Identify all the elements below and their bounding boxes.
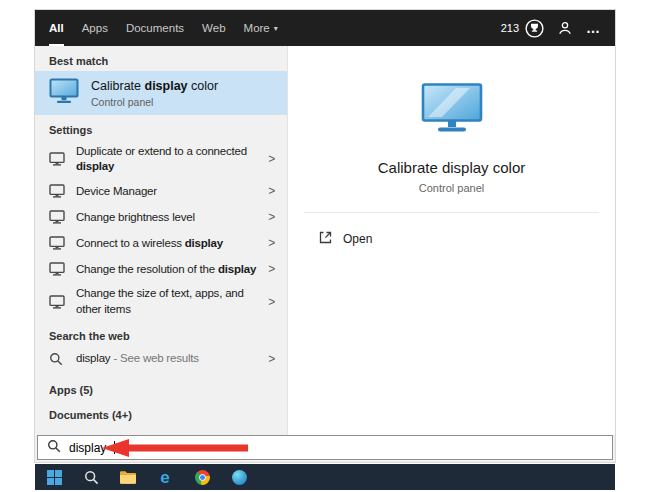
rewards-badge[interactable]: 213 bbox=[501, 19, 544, 38]
taskbar: e bbox=[35, 464, 615, 490]
settings-result-item[interactable]: Connect to a wireless display > bbox=[35, 230, 287, 256]
best-match-result[interactable]: Calibrate display color Control panel bbox=[35, 71, 287, 115]
preview-panel: Calibrate display color Control panel Op… bbox=[287, 46, 615, 435]
open-action[interactable]: Open bbox=[318, 230, 372, 248]
settings-result-item[interactable]: Device Manager > bbox=[35, 178, 287, 204]
search-filter-bar: All Apps Documents Web More ▾ 213 bbox=[35, 10, 615, 46]
user-icon[interactable] bbox=[557, 20, 573, 36]
web-search-text: display - See web results bbox=[76, 351, 262, 366]
preview-divider bbox=[304, 212, 599, 213]
trophy-icon bbox=[525, 19, 544, 38]
settings-item-label: Duplicate or extend to a connecteddispla… bbox=[76, 144, 262, 174]
open-label: Open bbox=[343, 232, 372, 246]
best-match-subtitle: Control panel bbox=[91, 96, 218, 108]
monitor-icon bbox=[49, 236, 65, 250]
best-match-title: Calibrate display color bbox=[91, 79, 218, 93]
documents-section-header[interactable]: Documents (4+) bbox=[35, 400, 287, 425]
tab-web[interactable]: Web bbox=[202, 10, 225, 46]
best-match-text: Calibrate display color Control panel bbox=[91, 79, 218, 108]
display-color-icon-large bbox=[420, 82, 484, 139]
apps-section-header[interactable]: Apps (5) bbox=[35, 372, 287, 400]
search-content: Best match bbox=[35, 46, 615, 435]
topbar-actions: 213 … bbox=[501, 19, 601, 38]
tab-documents[interactable]: Documents bbox=[126, 10, 184, 46]
settings-result-item[interactable]: Change the size of text, apps, andother … bbox=[35, 282, 287, 320]
chevron-right-icon: > bbox=[262, 152, 281, 166]
chevron-right-icon: > bbox=[262, 352, 281, 366]
settings-item-label: Change brightness level bbox=[76, 210, 262, 225]
start-button[interactable] bbox=[42, 465, 66, 489]
settings-item-label: Connect to a wireless display bbox=[76, 236, 262, 251]
monitor-icon bbox=[49, 184, 65, 198]
settings-result-item[interactable]: Change brightness level > bbox=[35, 204, 287, 230]
search-icon bbox=[47, 439, 61, 457]
results-panel: Best match bbox=[35, 46, 287, 435]
settings-section-header: Settings bbox=[35, 115, 287, 140]
annotation-arrow bbox=[100, 437, 250, 459]
dropdown-caret-icon: ▾ bbox=[274, 24, 278, 33]
settings-result-item[interactable]: Duplicate or extend to a connecteddispla… bbox=[35, 140, 287, 178]
chevron-right-icon: > bbox=[262, 236, 281, 250]
chevron-right-icon: > bbox=[262, 262, 281, 276]
chevron-right-icon: > bbox=[262, 184, 281, 198]
settings-item-label: Change the resolution of the display bbox=[76, 262, 262, 277]
search-icon bbox=[49, 352, 65, 366]
web-search-result[interactable]: display - See web results > bbox=[35, 346, 287, 372]
settings-results: Duplicate or extend to a connecteddispla… bbox=[35, 140, 287, 321]
settings-item-label: Device Manager bbox=[76, 184, 262, 199]
preview-title: Calibrate display color bbox=[378, 159, 526, 176]
monitor-icon bbox=[49, 262, 65, 276]
open-icon bbox=[318, 230, 333, 248]
windows-search-panel: All Apps Documents Web More ▾ 213 bbox=[35, 10, 615, 462]
tab-more[interactable]: More ▾ bbox=[244, 10, 278, 46]
best-match-header: Best match bbox=[35, 46, 287, 71]
edge-new-icon[interactable] bbox=[227, 465, 251, 489]
display-color-icon bbox=[49, 78, 79, 109]
chevron-right-icon: > bbox=[262, 295, 281, 309]
chrome-icon[interactable] bbox=[190, 465, 214, 489]
more-options-icon[interactable]: … bbox=[586, 20, 601, 36]
chevron-right-icon: > bbox=[262, 210, 281, 224]
edge-icon[interactable]: e bbox=[153, 465, 177, 489]
taskbar-search-icon[interactable] bbox=[79, 465, 103, 489]
tab-apps[interactable]: Apps bbox=[82, 10, 108, 46]
rewards-count: 213 bbox=[501, 22, 519, 34]
monitor-icon bbox=[49, 152, 65, 166]
tab-all[interactable]: All bbox=[49, 10, 64, 46]
monitor-icon bbox=[49, 210, 65, 224]
monitor-icon bbox=[49, 295, 65, 309]
preview-subtitle: Control panel bbox=[419, 182, 484, 194]
settings-item-label: Change the size of text, apps, andother … bbox=[76, 286, 262, 316]
search-web-section-header: Search the web bbox=[35, 321, 287, 346]
file-explorer-icon[interactable] bbox=[116, 465, 140, 489]
settings-result-item[interactable]: Change the resolution of the display > bbox=[35, 256, 287, 282]
